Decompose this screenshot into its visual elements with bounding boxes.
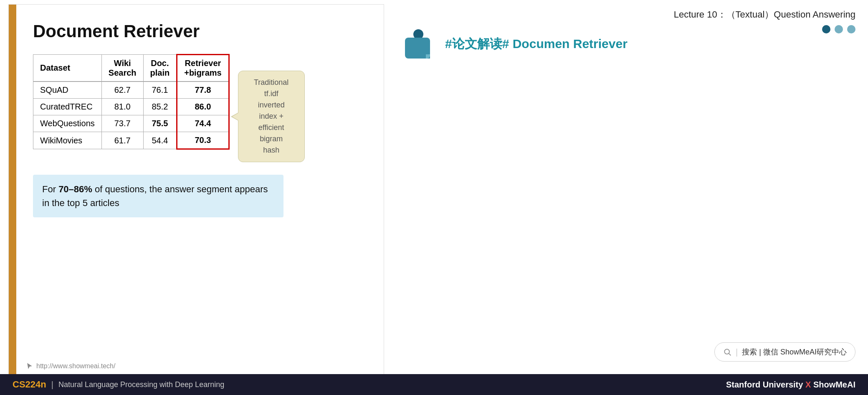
cell-wiki-3: 73.7 <box>101 115 143 132</box>
slide-left-bar <box>9 5 16 378</box>
cell-retriever-4: 70.3 <box>177 132 229 149</box>
bottom-left: CS224n | Natural Language Processing wit… <box>13 379 224 390</box>
cell-wiki-4: 61.7 <box>101 132 143 149</box>
cs-label: CS224n <box>13 379 46 390</box>
slide-title: Document Retriever <box>33 21 363 41</box>
slide-panel: Document Retriever Dataset WikiSearch Do… <box>8 4 384 378</box>
footer-url: http://www.showmeai.tech/ <box>36 362 115 370</box>
cell-dataset-1: SQuAD <box>33 82 102 99</box>
cell-doc-3: 75.5 <box>143 115 177 132</box>
col-header-doc: Doc.plain <box>143 55 177 82</box>
cell-doc-1: 76.1 <box>143 82 177 99</box>
cell-retriever-3: 74.4 <box>177 115 229 132</box>
table-row: SQuAD 62.7 76.1 77.8 <box>33 82 229 99</box>
col-header-retriever: Retriever+bigrams <box>177 55 229 82</box>
x-separator: X <box>805 380 813 389</box>
cell-dataset-2: CuratedTREC <box>33 99 102 115</box>
svg-point-0 <box>724 349 729 354</box>
nav-dot-3[interactable] <box>847 25 855 33</box>
table-row: WikiMovies 61.7 54.4 70.3 <box>33 132 229 149</box>
cell-wiki-1: 62.7 <box>101 82 143 99</box>
paper-header: #论文解读# Documen Retriever <box>405 29 855 59</box>
info-box: For 70–86% of questions, the answer segm… <box>33 175 283 217</box>
nav-dot-2[interactable] <box>835 25 843 33</box>
nav-dots <box>822 25 855 33</box>
cell-doc-2: 85.2 <box>143 99 177 115</box>
cell-retriever-2: 86.0 <box>177 99 229 115</box>
search-box[interactable]: | 搜索 | 微信 ShowMeAI研究中心 <box>714 342 855 362</box>
data-table: Dataset WikiSearch Doc.plain Retriever+b… <box>33 54 230 150</box>
main-area: Document Retriever Dataset WikiSearch Do… <box>0 0 868 374</box>
svg-line-1 <box>729 354 731 356</box>
bar-separator: | <box>51 380 53 390</box>
cell-wiki-2: 81.0 <box>101 99 143 115</box>
nav-dot-1[interactable] <box>822 25 830 33</box>
cell-doc-4: 54.4 <box>143 132 177 149</box>
right-panel: Lecture 10：（Textual）Question Answering #… <box>392 0 868 374</box>
cell-retriever-1: 77.8 <box>177 82 229 99</box>
bottom-description: Natural Language Processing with Deep Le… <box>58 380 224 389</box>
table-row: WebQuestions 73.7 75.5 74.4 <box>33 115 229 132</box>
search-icon <box>723 348 731 356</box>
tooltip-bubble: Traditionaltf.idfinvertedindex +efficien… <box>238 71 305 162</box>
cursor-icon <box>25 362 34 370</box>
table-wrapper: Dataset WikiSearch Doc.plain Retriever+b… <box>33 54 363 162</box>
cell-dataset-4: WikiMovies <box>33 132 102 149</box>
bottom-bar: CS224n | Natural Language Processing wit… <box>0 374 868 395</box>
slide-content: Document Retriever Dataset WikiSearch Do… <box>16 5 384 234</box>
col-header-wiki: WikiSearch <box>101 55 143 82</box>
bottom-right: Stanford University X ShowMeAI <box>726 380 855 390</box>
stanford-text: Stanford University <box>726 380 803 389</box>
showmeai-text: ShowMeAI <box>813 380 855 389</box>
cell-dataset-3: WebQuestions <box>33 115 102 132</box>
search-text: 搜索 | 微信 ShowMeAI研究中心 <box>742 347 847 357</box>
search-divider: | <box>736 347 738 357</box>
slide-footer: http://www.showmeai.tech/ <box>25 362 115 370</box>
paper-icon-area <box>405 29 438 59</box>
col-header-dataset: Dataset <box>33 55 102 82</box>
table-row: CuratedTREC 81.0 85.2 86.0 <box>33 99 229 115</box>
paper-title: #论文解读# Documen Retriever <box>445 36 628 53</box>
lecture-title: Lecture 10：（Textual）Question Answering <box>405 8 855 21</box>
